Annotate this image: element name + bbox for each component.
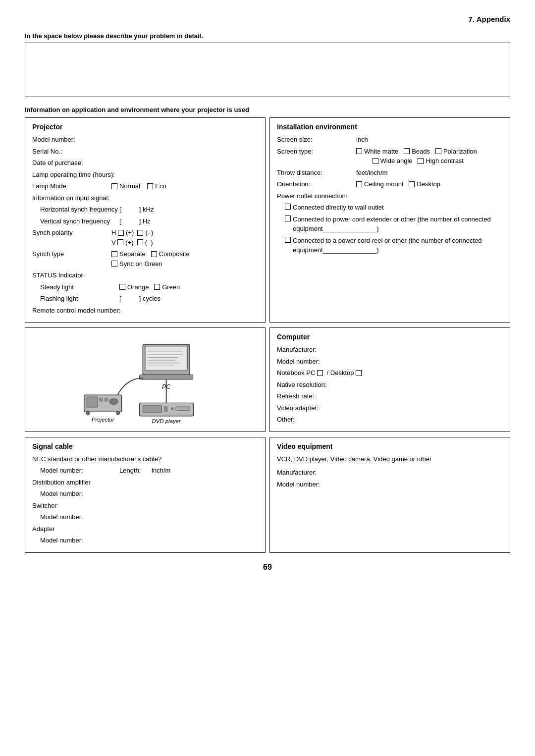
signal-cable-title: Signal cable	[32, 442, 258, 450]
synch-polarity-label: Synch polarity	[32, 228, 111, 238]
model-number-label: Model number:	[32, 135, 111, 145]
input-signal-label: Information on input signal:	[32, 193, 111, 203]
v-minus-checkbox[interactable]	[137, 239, 143, 245]
signal-model-label: Model number:	[40, 466, 119, 476]
power-outlet-extender: Connected to power cord extender or othe…	[285, 215, 503, 234]
video-manufacturer-row: Manufacturer:	[277, 468, 503, 478]
synch-polarity-row: Synch polarity H (+) (–) V (+) (–)	[32, 228, 258, 247]
normal-checkbox[interactable]	[111, 183, 117, 189]
ceiling-mount-checkbox[interactable]	[356, 181, 362, 187]
distribution-label: Distribution amplifier	[32, 478, 91, 487]
throw-distance-value: feet/inch/m	[356, 168, 503, 178]
lamp-mode-options: Normal Eco	[111, 181, 258, 191]
native-resolution-label: Native resolution:	[277, 380, 326, 390]
svg-rect-3	[146, 347, 186, 370]
refresh-rate-row: Refresh rate:	[277, 391, 503, 401]
svg-rect-2	[140, 375, 193, 379]
switch-model-label: Model number:	[40, 512, 83, 522]
h-plus-checkbox[interactable]	[118, 230, 124, 236]
svg-rect-20	[164, 406, 168, 412]
lamp-mode-label: Lamp Mode:	[32, 181, 111, 191]
video-manufacturer-label: Manufacturer:	[277, 468, 317, 478]
extender-checkbox[interactable]	[285, 216, 291, 221]
other-row: Other:	[277, 415, 503, 425]
svg-rect-14	[105, 398, 108, 402]
notebook-checkbox[interactable]	[317, 370, 323, 376]
date-purchase-label: Date of purchase:	[32, 158, 111, 168]
reel-checkbox[interactable]	[285, 237, 291, 243]
svg-rect-19	[143, 405, 161, 413]
white-matte-checkbox[interactable]	[356, 148, 362, 154]
native-resolution-row: Native resolution:	[277, 380, 503, 390]
sync-green-checkbox[interactable]	[111, 261, 117, 267]
h-synch-row: Horizontal synch frequency [ ] kHz	[40, 205, 258, 215]
nec-standard-text: NEC standard or other manufacturer's cab…	[32, 454, 161, 464]
desktop-checkbox[interactable]	[409, 181, 415, 187]
middle-two-col: PC Projector DVD player	[25, 327, 510, 432]
synch-type-label: Synch type	[32, 249, 111, 259]
computer-manufacturer-row: Manufacturer:	[277, 345, 503, 355]
video-adapter-label: Video adapter:	[277, 403, 319, 413]
projector-box: Projector Model number: Serial No.: Date…	[25, 117, 266, 323]
steady-light-row: Steady light Orange Green	[40, 282, 258, 292]
composite-checkbox[interactable]	[151, 251, 157, 257]
video-adapter-row: Video adapter:	[277, 403, 503, 413]
appendix-title: 7. Appendix	[25, 15, 510, 23]
info-label: Information on application and environme…	[25, 106, 510, 113]
page-number: 69	[25, 563, 510, 572]
steady-light-options: Orange Green	[119, 282, 258, 292]
top-two-col: Projector Model number: Serial No.: Date…	[25, 117, 510, 323]
remote-control-label: Remote control model number:	[32, 306, 120, 316]
h-minus-checkbox[interactable]	[137, 230, 143, 236]
remote-control-row: Remote control model number:	[32, 306, 258, 316]
reel-text: Connected to a power cord reel or other …	[293, 236, 503, 255]
svg-rect-22	[176, 407, 190, 411]
problem-text-box[interactable]	[25, 43, 510, 97]
svg-rect-13	[99, 398, 103, 402]
v-plus-checkbox[interactable]	[117, 239, 123, 245]
h-synch-value: [ ] kHz	[119, 205, 258, 215]
problem-label: In the space below please describe your …	[25, 32, 510, 40]
lamp-hours-row: Lamp operating time (hours):	[32, 170, 258, 180]
separate-checkbox[interactable]	[111, 251, 117, 257]
adapter-model-row: Model number:	[40, 536, 258, 545]
switch-model-row: Model number:	[40, 512, 258, 522]
computer-title: Computer	[277, 333, 503, 341]
throw-distance-label: Throw distance:	[277, 168, 356, 178]
date-purchase-row: Date of purchase:	[32, 158, 258, 168]
orange-checkbox[interactable]	[119, 284, 125, 290]
lamp-mode-row: Lamp Mode: Normal Eco	[32, 181, 258, 191]
orientation-row: Orientation: Ceiling mount Desktop	[277, 179, 503, 189]
signal-cable-box: Signal cable NEC standard or other manuf…	[25, 437, 266, 553]
eco-checkbox[interactable]	[147, 183, 153, 189]
high-contrast-checkbox[interactable]	[418, 158, 424, 164]
notebook-desktop-row: Notebook PC / Desktop	[277, 368, 503, 378]
video-description-row: VCR, DVD player, Video camera, Video gam…	[277, 454, 503, 464]
lamp-hours-label: Lamp operating time (hours):	[32, 170, 115, 180]
wide-angle-checkbox[interactable]	[373, 158, 378, 164]
steady-light-label: Steady light	[40, 282, 119, 292]
nec-standard-row: NEC standard or other manufacturer's cab…	[32, 454, 258, 464]
dist-model-label: Model number:	[40, 489, 83, 499]
dvd-label-text: DVD player	[152, 418, 181, 424]
adapter-row: Adapter	[32, 524, 258, 534]
power-outlet-direct: Connected directly to wall outlet	[285, 203, 503, 213]
video-model-row: Model number:	[277, 480, 503, 489]
synch-polarity-value: H (+) (–) V (+) (–)	[111, 228, 258, 247]
desktop2-checkbox[interactable]	[356, 370, 362, 376]
signal-model-value: Length: inch/m	[119, 466, 258, 476]
installation-title: Installation environment	[277, 123, 503, 131]
beads-checkbox[interactable]	[404, 148, 410, 154]
video-equipment-box: Video equipment VCR, DVD player, Video c…	[269, 437, 510, 553]
status-indicator-row: STATUS Indicator:	[32, 270, 258, 280]
screen-type-label: Screen type:	[277, 147, 356, 157]
flashing-light-value: [ ] cycles	[119, 294, 258, 304]
direct-wall-text: Connected directly to wall outlet	[293, 203, 384, 213]
computer-manufacturer-label: Manufacturer:	[277, 345, 317, 355]
polarization-checkbox[interactable]	[435, 148, 441, 154]
green-checkbox[interactable]	[154, 284, 160, 290]
svg-point-17	[116, 411, 120, 415]
v-synch-value: [ ] Hz	[119, 216, 258, 226]
extender-text: Connected to power cord extender or othe…	[293, 215, 503, 234]
direct-wall-checkbox[interactable]	[285, 204, 291, 210]
